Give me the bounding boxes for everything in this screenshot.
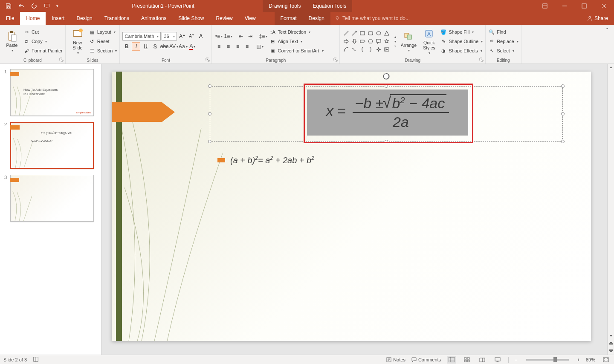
- share-button[interactable]: Share: [581, 12, 614, 25]
- binomial-equation[interactable]: (a + b)2= a2 + 2ab + b2: [230, 155, 314, 165]
- zoom-slider[interactable]: [526, 359, 569, 361]
- equation-selection-bg[interactable]: x = −b ± b2 − 4ac 2a: [307, 90, 468, 136]
- prev-slide-button[interactable]: [608, 339, 614, 347]
- save-button[interactable]: [3, 1, 14, 11]
- font-launcher[interactable]: [206, 58, 211, 63]
- copy-button[interactable]: ⧉Copy▾: [23, 37, 63, 46]
- shape-fill-button[interactable]: 🪣Shape Fill▾: [440, 28, 483, 36]
- arrange-button[interactable]: Arrange ▾: [399, 27, 418, 55]
- sorter-view-button[interactable]: [462, 356, 472, 364]
- scroll-down-button[interactable]: [608, 332, 614, 339]
- line-spacing-button[interactable]: ‡≡▾: [259, 32, 267, 40]
- align-center-button[interactable]: ≡: [224, 42, 232, 51]
- spell-check-button[interactable]: [33, 356, 39, 363]
- thumbnail-2[interactable]: 2 x = (−b±√(b²−4ac)) / 2a (a+b)² = a²+2a…: [4, 122, 97, 169]
- bullets-button[interactable]: •≡▾: [214, 32, 223, 40]
- shape-brace-left[interactable]: [359, 46, 366, 53]
- shape-star4[interactable]: [375, 46, 382, 53]
- select-button[interactable]: ↖Select▾: [488, 46, 518, 55]
- tab-home[interactable]: Home: [20, 12, 46, 25]
- italic-button[interactable]: I: [132, 42, 140, 51]
- undo-button[interactable]: [16, 1, 26, 11]
- align-text-button[interactable]: ⊟Align Text▾: [269, 37, 323, 46]
- shadow-button[interactable]: S: [151, 42, 159, 51]
- slide-canvas[interactable]: x = −b ± b2 − 4ac 2a (a + b)2= a2 + 2ab …: [112, 72, 591, 341]
- paste-button[interactable]: Paste ▾: [3, 27, 21, 55]
- align-left-button[interactable]: ≡: [214, 42, 223, 51]
- shapes-gallery[interactable]: [342, 29, 391, 53]
- bold-button[interactable]: B: [122, 42, 131, 51]
- convert-smartart-button[interactable]: ▣Convert to SmartArt▾: [269, 46, 323, 55]
- thumbnail-3[interactable]: 3: [4, 175, 97, 222]
- zoom-out-button[interactable]: −: [515, 357, 517, 362]
- shape-action[interactable]: [383, 46, 391, 53]
- justify-button[interactable]: ≡: [243, 42, 251, 51]
- shape-outline-button[interactable]: ✎Shape Outline▾: [440, 37, 483, 46]
- resize-handle-br[interactable]: [561, 140, 565, 143]
- font-color-button[interactable]: A▾: [188, 42, 197, 51]
- numbering-button[interactable]: 1≡▾: [224, 32, 232, 40]
- resize-handle-tl[interactable]: [208, 84, 211, 88]
- shape-callout[interactable]: [375, 38, 382, 45]
- shape-brace-right[interactable]: [367, 46, 374, 53]
- text-direction-button[interactable]: ↕AText Direction▾: [269, 28, 323, 36]
- zoom-thumb[interactable]: [553, 357, 557, 362]
- ribbon-display-options-button[interactable]: [536, 0, 554, 12]
- columns-button[interactable]: ▥▾: [255, 42, 264, 51]
- slideshow-view-button[interactable]: [493, 356, 502, 364]
- shape-line[interactable]: [342, 29, 350, 37]
- clear-formatting-button[interactable]: A̸: [197, 32, 205, 40]
- maximize-button[interactable]: [575, 0, 594, 12]
- gallery-scroll-up[interactable]: ▴: [394, 35, 396, 39]
- char-spacing-button[interactable]: AV▾: [169, 42, 178, 51]
- shape-down-arrow[interactable]: [350, 38, 358, 45]
- tab-insert[interactable]: Insert: [46, 12, 70, 25]
- underline-button[interactable]: U: [141, 42, 150, 51]
- comments-button[interactable]: Comments: [411, 357, 441, 362]
- shape-line-arrow[interactable]: [350, 29, 358, 37]
- cut-button[interactable]: ✂Cut: [23, 28, 63, 36]
- section-button[interactable]: ☰Section▾: [89, 46, 117, 55]
- shape-connector[interactable]: [350, 46, 358, 53]
- normal-view-button[interactable]: [447, 356, 456, 364]
- tab-format[interactable]: Format: [275, 12, 303, 25]
- font-size-combo[interactable]: 36▾: [162, 32, 177, 40]
- tab-design[interactable]: Design: [70, 12, 98, 25]
- tab-slideshow[interactable]: Slide Show: [172, 12, 210, 25]
- shape-oval[interactable]: [375, 29, 382, 37]
- tab-transitions[interactable]: Transitions: [98, 12, 135, 25]
- decrease-indent-button[interactable]: ⇤: [237, 32, 245, 40]
- quadratic-formula[interactable]: x = −b ± b2 − 4ac 2a: [326, 96, 449, 129]
- tab-view[interactable]: View: [239, 12, 262, 25]
- tab-review[interactable]: Review: [210, 12, 238, 25]
- shape-star[interactable]: [383, 38, 391, 45]
- find-button[interactable]: 🔍Find: [488, 28, 518, 36]
- bullet-equation-row[interactable]: (a + b)2= a2 + 2ab + b2: [217, 155, 314, 165]
- start-from-beginning-button[interactable]: [42, 1, 52, 11]
- shape-arc[interactable]: [342, 46, 350, 53]
- slide-editor[interactable]: x = −b ± b2 − 4ac 2a (a + b)2= a2 + 2ab …: [101, 64, 614, 355]
- redo-button[interactable]: [29, 1, 39, 11]
- shape-effects-button[interactable]: ◑Shape Effects▾: [440, 46, 483, 55]
- shape-pentagon[interactable]: [359, 38, 366, 45]
- zoom-level[interactable]: 89%: [586, 357, 595, 362]
- font-name-combo[interactable]: Cambria Math▾: [122, 32, 161, 40]
- minimize-button[interactable]: [555, 0, 574, 12]
- shape-right-arrow[interactable]: [342, 38, 350, 45]
- tab-equation-design[interactable]: Design: [303, 12, 330, 25]
- vertical-scrollbar[interactable]: [607, 64, 614, 355]
- replace-button[interactable]: ᵃᵇReplace▾: [488, 37, 518, 46]
- tab-animations[interactable]: Animations: [135, 12, 172, 25]
- notes-button[interactable]: Notes: [386, 357, 405, 362]
- new-slide-button[interactable]: New Slide ▾: [68, 27, 87, 55]
- clipboard-launcher[interactable]: [59, 58, 64, 63]
- resize-handle-rm[interactable]: [561, 112, 565, 116]
- format-painter-button[interactable]: 🖌Format Painter: [23, 46, 63, 55]
- gallery-scroll-down[interactable]: ▾: [394, 40, 396, 43]
- increase-indent-button[interactable]: ⇥: [246, 32, 255, 40]
- decrease-font-button[interactable]: A▼: [187, 32, 196, 40]
- close-button[interactable]: [594, 0, 613, 12]
- change-case-button[interactable]: Aa▾: [179, 42, 187, 51]
- scroll-track[interactable]: [608, 71, 614, 339]
- shape-triangle[interactable]: [383, 29, 391, 37]
